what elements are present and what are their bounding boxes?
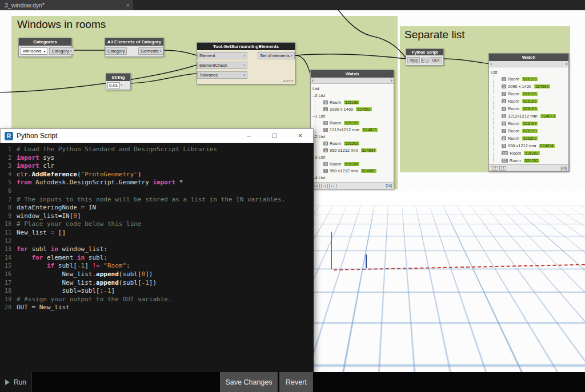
node-python-header[interactable]: Python Script [406, 49, 443, 55]
node-string-header[interactable]: String [106, 74, 130, 81]
tab-3-window-dyn[interactable]: 3_window.dyn* × [0, 0, 133, 10]
line-number: 6 [0, 187, 11, 196]
remove-input-button[interactable]: - [426, 58, 428, 63]
watch2-level-pills[interactable]: L2L1 [491, 166, 507, 170]
port-arrow-icon[interactable]: › [121, 83, 123, 88]
code-line: 8dataEnteringNode = IN [0, 204, 314, 212]
node-categories[interactable]: Categories Windows ▾ Category › [18, 38, 72, 57]
watch1-list[interactable]: List– 0 List0Room52619612090 x 140052459… [311, 84, 394, 182]
port-out-category[interactable]: Category › [49, 47, 74, 55]
item-index-badge: 0 [323, 100, 328, 104]
item-id-chip: 526199 [522, 129, 538, 133]
port-in-tolerance[interactable]: Tolerance › [197, 71, 247, 79]
watch2-input-port[interactable]: › [490, 62, 492, 67]
port-in-element[interactable]: Element › [197, 52, 247, 59]
item-label: 950 x1212 mm [330, 168, 358, 173]
node-watch-nested[interactable]: Watch › › List– 0 List0Room52619612090 x… [310, 70, 394, 189]
watch1-header[interactable]: Watch [311, 70, 394, 78]
watch-list-item: 0Room526196 [315, 99, 392, 106]
watch2-footer: L2L1 [28] [489, 164, 568, 171]
watch-list-item: 7Room526199 [493, 127, 567, 135]
item-label: Room [510, 158, 521, 163]
item-id-chip: 526199 [522, 122, 538, 126]
code-line: 3import clr [0, 162, 314, 171]
item-id-chip: 524934 [539, 144, 555, 148]
code-token-num: -1 [77, 262, 85, 270]
watch-list-item: 1950 x1212 mm524982 [315, 167, 392, 174]
item-index-badge: 1 [323, 148, 328, 152]
watch1-level-pills[interactable]: L3L2L1 [312, 184, 338, 188]
watch2-list[interactable]: List0Room52619612090 x 14005245922Room52… [489, 67, 568, 164]
tab-close-icon[interactable]: × [126, 0, 130, 10]
item-index-badge: 5 [502, 114, 506, 118]
watch-group-label: 0 List [315, 93, 325, 98]
play-icon [5, 379, 10, 385]
string-value-input[interactable]: 0.01 [107, 82, 120, 88]
watch1-input-port[interactable]: › [312, 78, 314, 83]
minimize-button[interactable]: – [236, 128, 262, 143]
watch-list-item: 1950 x1212 mm524934 [315, 147, 392, 153]
line-number: 10 [0, 220, 11, 229]
item-label: Room [508, 99, 519, 104]
add-input-button[interactable]: + [421, 58, 424, 63]
item-index-badge: 2 [502, 92, 506, 96]
port-out-elements[interactable]: Elements › [138, 47, 163, 55]
code-token-kw: for [32, 254, 43, 262]
run-button[interactable]: Run [0, 372, 32, 392]
node-string[interactable]: String 0.01 › [106, 73, 131, 90]
node-watch-flat[interactable]: Watch › › List0Room52619612090 x 1400524… [488, 53, 569, 172]
code-token-pl: subl=subl[: [17, 287, 103, 296]
watch-group-row[interactable]: – 0 List [312, 92, 392, 99]
port-out-set-of-elements[interactable]: Set of elements › [258, 52, 295, 59]
port-in-elementcheck[interactable]: ElementCheck › [197, 62, 247, 69]
watch-list-item: 11Room526202 [493, 157, 567, 164]
list-level-pill[interactable]: L1 [329, 184, 336, 188]
code-line: 2import sys [0, 154, 314, 163]
item-id-chip: 524934 [361, 148, 376, 152]
list-level-pill[interactable]: L1 [499, 166, 507, 171]
code-line: 16 New_list.append(subl[0]) [0, 270, 314, 279]
save-changes-button[interactable]: Save Changes [220, 372, 278, 392]
item-index-badge: 3 [502, 99, 506, 103]
item-id-chip: 526199 [522, 107, 538, 111]
code-token-pl: New_list. [17, 270, 96, 279]
close-button[interactable]: × [287, 128, 313, 143]
node-all-elements-header[interactable]: All Elements of Category [105, 38, 163, 46]
item-id-chip: 524873 [362, 128, 378, 132]
node-tool-getsurroundingelements[interactable]: Tool.GetSurroundingElements Element › El… [197, 42, 295, 84]
python-editor-titlebar[interactable]: R Python Script – □ × [0, 128, 314, 143]
code-token-fn: append [96, 270, 119, 279]
watch-group-label: 4 List [315, 175, 325, 180]
item-index-badge: 0 [502, 77, 506, 81]
item-index-badge: 10 [502, 151, 508, 155]
watch-group-row[interactable]: – 3 List [312, 153, 392, 160]
port-out-out[interactable]: OUT [430, 57, 442, 63]
node-tool-header[interactable]: Tool.GetSurroundingElements [197, 43, 295, 50]
code-token-pl: Autodesk.DesignScript.Geometry [32, 179, 153, 187]
watch-group-row[interactable]: – 1 List [312, 112, 392, 119]
port-in-in0[interactable]: IN[0] [407, 57, 420, 63]
watch-group-row[interactable]: – 4 List [312, 174, 392, 181]
item-label: 950 x1212 mm [508, 143, 536, 148]
node-categories-header[interactable]: Categories [19, 38, 71, 46]
watch2-header[interactable]: Watch [489, 54, 568, 61]
node-all-elements-of-category[interactable]: All Elements of Category Category Elemen… [105, 38, 164, 57]
maximize-button[interactable]: □ [262, 128, 287, 143]
watch-root-label: List [312, 85, 392, 92]
categories-dropdown[interactable]: Windows ▾ [21, 47, 47, 55]
list-level-pill[interactable]: L2 [491, 166, 498, 171]
list-level-pill[interactable]: L2 [321, 184, 328, 188]
code-token-pl: subl [28, 245, 51, 254]
python-window-icon: R [5, 132, 13, 140]
watch-list-item: 0Room526196 [493, 75, 567, 83]
item-index-badge: 7 [502, 129, 506, 133]
watch1-output-port[interactable]: › [391, 78, 392, 83]
port-in-category[interactable]: Category [105, 47, 127, 55]
code-editor[interactable]: 1# Load the Python Standard and DesignSc… [0, 143, 314, 372]
watch-list-item: 6Room526199 [493, 120, 567, 127]
item-index-badge: 0 [323, 121, 328, 125]
revert-button[interactable]: Revert [279, 372, 313, 392]
watch-group-row[interactable]: – 2 List [312, 133, 392, 140]
node-python-script[interactable]: Python Script IN[0] + - OUT [406, 49, 444, 66]
watch2-output-port[interactable]: › [566, 62, 567, 67]
